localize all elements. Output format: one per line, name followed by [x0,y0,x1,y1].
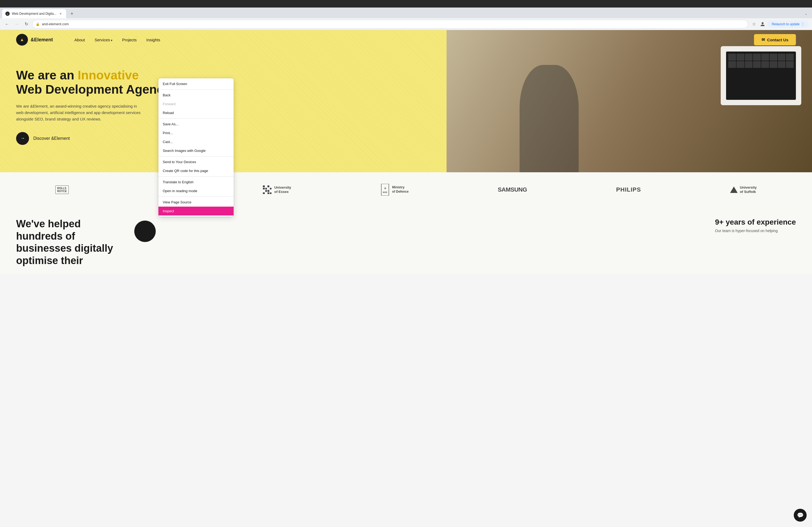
nav-services[interactable]: Services [95,37,113,42]
address-bar[interactable]: 🔒 and-element.com [32,20,748,28]
discover-button[interactable]: → Discover &Element [16,132,70,145]
ctx-forward[interactable]: Forward [158,100,234,108]
ctx-view-source[interactable]: View Page Source [158,198,234,207]
bookmark-button[interactable]: ☆ [750,20,758,28]
ctx-save-as[interactable]: Save As... [158,120,234,129]
ctx-inspect[interactable]: Inspect [158,207,234,215]
ctx-separator-1 [158,89,234,90]
nav-links: About Services Projects Insights [74,37,160,42]
monitor-cell [737,61,744,68]
uoe-grid-icon [263,185,272,194]
logo-icon [16,34,28,46]
contact-icon: ✉ [762,37,765,42]
client-logo-rollsroyce: ROLLSROYCE [55,185,69,194]
discover-label: Discover &Element [33,136,70,141]
security-icon: 🔒 [36,22,40,26]
hero-heading-part1: We are an [16,68,77,82]
tab-expand-button[interactable]: ⌄ [802,10,810,17]
browser-tabbar: Web Development and Digita... ✕ + ⌄ [0,7,812,18]
suffolk-name-text: Universityof Suffolk [740,185,757,194]
mod-crest-icon: ⚔ MOD [380,184,390,196]
forward-button[interactable]: → [13,20,20,28]
contact-label: Contact Us [767,37,788,42]
monitor-cell [770,61,777,68]
nav-about[interactable]: About [74,37,85,42]
bottom-heading: We've helped hundreds ofbusinesses digit… [16,218,118,267]
page-content: We are an Innovative Web Development Age… [0,30,812,527]
nav-projects[interactable]: Projects [122,37,137,42]
chat-button[interactable]: 💬 [794,509,807,522]
relaunch-label: Relaunch to update [772,22,800,26]
bottom-section: We've helped hundreds ofbusinesses digit… [0,207,812,274]
website: We are an Innovative Web Development Age… [0,30,812,527]
tab-close-button[interactable]: ✕ [59,12,63,16]
clients-section: ROLLSROYCE PM [0,172,812,207]
browser-frame: Web Development and Digita... ✕ + ⌄ ← → … [0,0,812,527]
ctx-exit-fullscreen[interactable]: Exit Full Screen [158,79,234,88]
reload-button[interactable]: ↻ [23,20,30,28]
stats-area: 9+ years of experience Our team is hyper… [715,218,796,233]
back-button[interactable]: ← [3,20,11,28]
hero-subtext: We are &Element, an award-winning creati… [16,103,145,122]
stat-value: 9+ years of experience [715,218,796,226]
relaunch-menu-icon: ⋮ [801,22,804,26]
logo-area[interactable]: &Element [16,34,53,46]
logo-text: &Element [31,37,53,43]
client-logo-suffolk: Universityof Suffolk [730,185,757,194]
monitor-cell [761,61,769,68]
ctx-create-qr[interactable]: Create QR code for this page [158,166,234,175]
ctx-send-to-devices[interactable]: Send to Your Devices [158,157,234,166]
site-nav: &Element About Services Projects Insight… [0,30,812,49]
ctx-separator-2 [158,118,234,119]
person-silhouette [520,65,579,172]
url-text: and-element.com [42,22,744,26]
ctx-separator-5 [158,196,234,197]
monitor-cell [728,54,736,61]
relaunch-button[interactable]: Relaunch to update ⋮ [767,21,809,28]
client-logo-samsung: SAMSUNG [498,186,527,193]
ctx-reload[interactable]: Reload [158,108,234,117]
browser-tab[interactable]: Web Development and Digita... ✕ [2,9,66,18]
contact-button[interactable]: ✉ Contact Us [754,34,796,45]
monitor-cell [786,61,794,68]
suffolk-triangle-icon [730,186,738,193]
ctx-reading-mode[interactable]: Open in reading mode [158,186,234,195]
svg-rect-2 [381,184,389,196]
tab-title: Web Development and Digita... [12,12,56,16]
ctx-search-images[interactable]: Search Images with Google [158,146,234,155]
context-menu: Exit Full Screen Back Forward Reload Sav… [158,78,234,216]
ctx-back[interactable]: Back [158,91,234,100]
hero-image-overlay [447,30,812,172]
decoration-circle [134,221,156,242]
tab-favicon [5,12,10,16]
hero-image [447,30,812,172]
monitor-cell [786,54,794,61]
profile-button[interactable] [759,20,766,28]
client-logo-philips: PHILIPS [616,186,641,193]
monitor-cell [770,54,777,61]
philips-text: PHILIPS [616,186,641,193]
uoe-name-text: Universityof Essex [274,185,291,194]
rr-text: ROLLSROYCE [57,187,67,193]
monitor-cell [745,61,753,68]
monitor-display [721,46,801,105]
client-logo-uoe: Universityof Essex [263,185,291,194]
mod-crest-svg: ⚔ MOD [380,184,390,196]
nav-insights[interactable]: Insights [146,37,160,42]
monitor-cell [728,61,736,68]
ctx-translate[interactable]: Translate to English [158,178,234,186]
ctx-print[interactable]: Print... [158,129,234,137]
samsung-text: SAMSUNG [498,186,527,193]
monitor-cell [753,54,761,61]
mod-name-text: Ministryof Defence [392,185,408,194]
new-tab-button[interactable]: + [68,10,76,17]
toolbar-actions: ☆ Relaunch to update ⋮ [750,20,809,28]
svg-text:MOD: MOD [383,191,387,193]
ctx-separator-4 [158,176,234,177]
ctx-cast[interactable]: Cast... [158,137,234,146]
monitor-cell [745,54,753,61]
client-logo-mod: ⚔ MOD Ministryof Defence [380,184,408,196]
monitor-cell [761,54,769,61]
browser-titlebar [0,0,812,7]
monitor-cell [753,61,761,68]
